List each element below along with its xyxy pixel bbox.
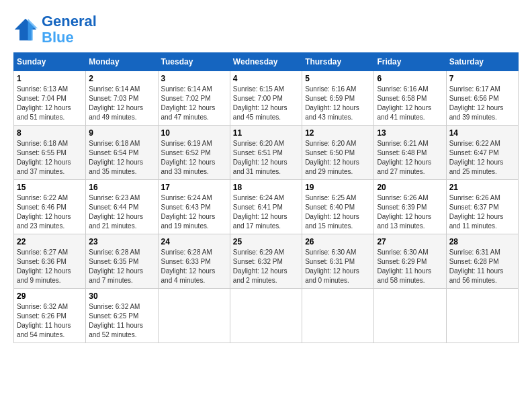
day-number: 9 [89, 128, 154, 138]
calendar-cell: 11 Sunrise: 6:20 AM Sunset: 6:51 PM Dayl… [230, 126, 302, 180]
day-info: Sunrise: 6:18 AM Sunset: 6:54 PM Dayligh… [89, 139, 154, 177]
day-info: Sunrise: 6:29 AM Sunset: 6:32 PM Dayligh… [233, 248, 299, 285]
day-info: Sunrise: 6:32 AM Sunset: 6:25 PM Dayligh… [89, 302, 154, 340]
day-number: 13 [377, 128, 443, 138]
day-info: Sunrise: 6:23 AM Sunset: 6:44 PM Dayligh… [89, 193, 154, 231]
day-info: Sunrise: 6:28 AM Sunset: 6:35 PM Dayligh… [89, 248, 154, 285]
calendar-cell: 7 Sunrise: 6:17 AM Sunset: 6:56 PM Dayli… [446, 71, 518, 126]
day-info: Sunrise: 6:21 AM Sunset: 6:48 PM Dayligh… [377, 139, 443, 177]
calendar-cell: 4 Sunrise: 6:15 AM Sunset: 7:00 PM Dayli… [230, 71, 302, 126]
day-number: 14 [449, 128, 515, 138]
calendar-cell: 30 Sunrise: 6:32 AM Sunset: 6:25 PM Dayl… [86, 289, 158, 343]
calendar-cell [158, 289, 230, 343]
day-number: 23 [89, 237, 154, 246]
day-number: 12 [305, 128, 371, 138]
day-info: Sunrise: 6:22 AM Sunset: 6:46 PM Dayligh… [17, 193, 83, 231]
day-number: 24 [161, 237, 227, 246]
weekday-header-saturday: Saturday [446, 53, 518, 71]
calendar-cell: 28 Sunrise: 6:31 AM Sunset: 6:28 PM Dayl… [446, 234, 518, 289]
calendar-cell: 24 Sunrise: 6:28 AM Sunset: 6:33 PM Dayl… [158, 234, 230, 289]
calendar-cell: 26 Sunrise: 6:30 AM Sunset: 6:31 PM Dayl… [302, 234, 374, 289]
calendar-cell [374, 289, 446, 343]
day-number: 16 [89, 183, 154, 192]
day-number: 7 [449, 74, 515, 83]
day-info: Sunrise: 6:20 AM Sunset: 6:51 PM Dayligh… [233, 139, 299, 177]
day-number: 27 [377, 237, 443, 246]
logo-text: General Blue [42, 13, 97, 46]
day-info: Sunrise: 6:14 AM Sunset: 7:03 PM Dayligh… [89, 85, 154, 122]
day-number: 6 [377, 74, 443, 83]
day-info: Sunrise: 6:14 AM Sunset: 7:02 PM Dayligh… [161, 85, 227, 122]
page-header: General Blue [13, 13, 519, 46]
day-info: Sunrise: 6:27 AM Sunset: 6:36 PM Dayligh… [17, 248, 83, 285]
weekday-header-friday: Friday [374, 53, 446, 71]
calendar-cell: 2 Sunrise: 6:14 AM Sunset: 7:03 PM Dayli… [86, 71, 158, 126]
calendar-cell: 1 Sunrise: 6:13 AM Sunset: 7:04 PM Dayli… [14, 71, 86, 126]
day-info: Sunrise: 6:20 AM Sunset: 6:50 PM Dayligh… [305, 139, 371, 177]
weekday-header-wednesday: Wednesday [230, 53, 302, 71]
calendar-week-5: 29 Sunrise: 6:32 AM Sunset: 6:26 PM Dayl… [14, 289, 519, 343]
day-number: 22 [17, 237, 83, 246]
weekday-header-sunday: Sunday [14, 53, 86, 71]
day-info: Sunrise: 6:26 AM Sunset: 6:37 PM Dayligh… [449, 193, 515, 231]
day-number: 4 [233, 74, 299, 83]
calendar-cell: 12 Sunrise: 6:20 AM Sunset: 6:50 PM Dayl… [302, 126, 374, 180]
calendar-cell: 10 Sunrise: 6:19 AM Sunset: 6:52 PM Dayl… [158, 126, 230, 180]
day-number: 28 [449, 237, 515, 246]
calendar-week-3: 15 Sunrise: 6:22 AM Sunset: 6:46 PM Dayl… [14, 180, 519, 234]
day-info: Sunrise: 6:32 AM Sunset: 6:26 PM Dayligh… [17, 302, 83, 340]
weekday-header-tuesday: Tuesday [158, 53, 230, 71]
day-info: Sunrise: 6:24 AM Sunset: 6:41 PM Dayligh… [233, 193, 299, 231]
calendar-table: SundayMondayTuesdayWednesdayThursdayFrid… [13, 52, 519, 343]
day-number: 10 [161, 128, 227, 138]
day-number: 25 [233, 237, 299, 246]
calendar-cell: 29 Sunrise: 6:32 AM Sunset: 6:26 PM Dayl… [14, 289, 86, 343]
day-number: 18 [233, 183, 299, 192]
calendar-cell: 21 Sunrise: 6:26 AM Sunset: 6:37 PM Dayl… [446, 180, 518, 234]
calendar-week-2: 8 Sunrise: 6:18 AM Sunset: 6:55 PM Dayli… [14, 126, 519, 180]
weekday-header-monday: Monday [86, 53, 158, 71]
day-info: Sunrise: 6:30 AM Sunset: 6:31 PM Dayligh… [305, 248, 371, 285]
calendar-cell: 19 Sunrise: 6:25 AM Sunset: 6:40 PM Dayl… [302, 180, 374, 234]
day-number: 30 [89, 291, 154, 301]
calendar-cell: 25 Sunrise: 6:29 AM Sunset: 6:32 PM Dayl… [230, 234, 302, 289]
day-info: Sunrise: 6:16 AM Sunset: 6:58 PM Dayligh… [377, 85, 443, 122]
day-info: Sunrise: 6:28 AM Sunset: 6:33 PM Dayligh… [161, 248, 227, 285]
day-info: Sunrise: 6:22 AM Sunset: 6:47 PM Dayligh… [449, 139, 515, 177]
calendar-cell: 15 Sunrise: 6:22 AM Sunset: 6:46 PM Dayl… [14, 180, 86, 234]
calendar-cell: 27 Sunrise: 6:30 AM Sunset: 6:29 PM Dayl… [374, 234, 446, 289]
calendar-cell: 16 Sunrise: 6:23 AM Sunset: 6:44 PM Dayl… [86, 180, 158, 234]
day-info: Sunrise: 6:16 AM Sunset: 6:59 PM Dayligh… [305, 85, 371, 122]
calendar-cell: 5 Sunrise: 6:16 AM Sunset: 6:59 PM Dayli… [302, 71, 374, 126]
weekday-header-row: SundayMondayTuesdayWednesdayThursdayFrid… [14, 53, 519, 71]
day-info: Sunrise: 6:19 AM Sunset: 6:52 PM Dayligh… [161, 139, 227, 177]
calendar-cell [446, 289, 518, 343]
calendar-cell: 17 Sunrise: 6:24 AM Sunset: 6:43 PM Dayl… [158, 180, 230, 234]
calendar-cell [230, 289, 302, 343]
logo-icon [13, 17, 38, 42]
day-info: Sunrise: 6:17 AM Sunset: 6:56 PM Dayligh… [449, 85, 515, 122]
calendar-week-4: 22 Sunrise: 6:27 AM Sunset: 6:36 PM Dayl… [14, 234, 519, 289]
calendar-cell: 8 Sunrise: 6:18 AM Sunset: 6:55 PM Dayli… [14, 126, 86, 180]
day-number: 26 [305, 237, 371, 246]
day-number: 19 [305, 183, 371, 192]
calendar-cell: 22 Sunrise: 6:27 AM Sunset: 6:36 PM Dayl… [14, 234, 86, 289]
day-number: 2 [89, 74, 154, 83]
day-number: 15 [17, 183, 83, 192]
day-number: 8 [17, 128, 83, 138]
calendar-cell: 3 Sunrise: 6:14 AM Sunset: 7:02 PM Dayli… [158, 71, 230, 126]
day-number: 5 [305, 74, 371, 83]
day-number: 20 [377, 183, 443, 192]
day-info: Sunrise: 6:26 AM Sunset: 6:39 PM Dayligh… [377, 193, 443, 231]
calendar-week-1: 1 Sunrise: 6:13 AM Sunset: 7:04 PM Dayli… [14, 71, 519, 126]
day-number: 29 [17, 291, 83, 301]
day-info: Sunrise: 6:18 AM Sunset: 6:55 PM Dayligh… [17, 139, 83, 177]
weekday-header-thursday: Thursday [302, 53, 374, 71]
day-info: Sunrise: 6:13 AM Sunset: 7:04 PM Dayligh… [17, 85, 83, 122]
day-info: Sunrise: 6:25 AM Sunset: 6:40 PM Dayligh… [305, 193, 371, 231]
day-number: 1 [17, 74, 83, 83]
calendar-cell: 14 Sunrise: 6:22 AM Sunset: 6:47 PM Dayl… [446, 126, 518, 180]
day-number: 3 [161, 74, 227, 83]
calendar-cell: 13 Sunrise: 6:21 AM Sunset: 6:48 PM Dayl… [374, 126, 446, 180]
day-info: Sunrise: 6:31 AM Sunset: 6:28 PM Dayligh… [449, 248, 515, 285]
